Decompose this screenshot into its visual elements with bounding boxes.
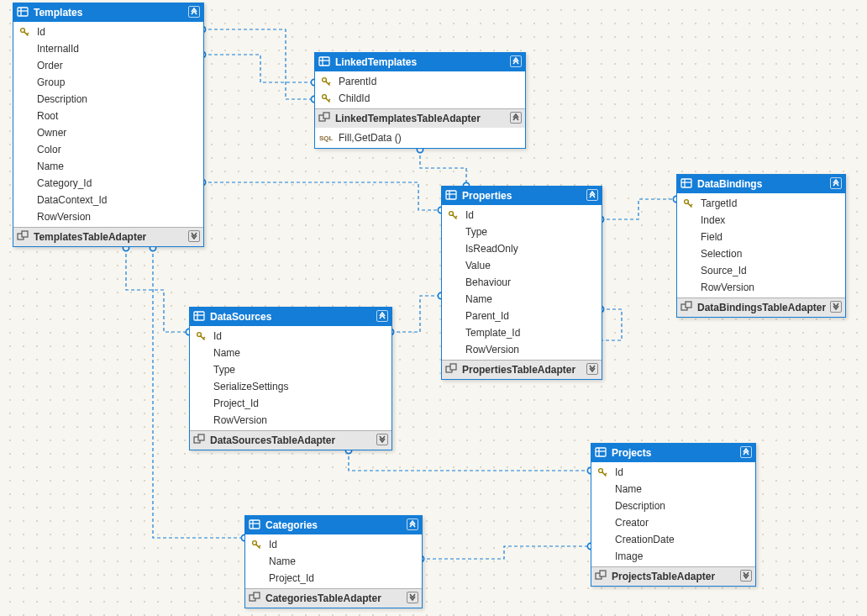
entity-title-bar[interactable]: LinkedTemplates: [315, 53, 525, 71]
relationship-linked-properties[interactable]: [420, 150, 466, 186]
column-item[interactable]: Description: [13, 91, 203, 108]
collapse-up-icon[interactable]: [830, 177, 842, 189]
entity-title-bar[interactable]: Projects: [591, 444, 755, 462]
column-item[interactable]: Template_Id: [442, 324, 602, 341]
column-item[interactable]: Group: [13, 74, 203, 91]
svg-line-25: [455, 216, 457, 218]
relationship-categories-projects[interactable]: [421, 546, 591, 559]
relationship-templates-linked-child[interactable]: [202, 29, 314, 99]
column-item[interactable]: RowVersion: [190, 412, 391, 429]
entity-title-bar[interactable]: DataSources: [190, 308, 391, 326]
relationship-templates-datasources[interactable]: [126, 248, 189, 332]
column-item[interactable]: Name: [591, 481, 755, 498]
collapse-up-icon[interactable]: [586, 189, 598, 201]
table-adapter-bar[interactable]: CategoriesTableAdapter: [245, 588, 422, 608]
entity-title-bar[interactable]: Categories: [245, 516, 422, 534]
column-item[interactable]: IsReadOnly: [442, 240, 602, 257]
column-name: RowVersion: [37, 211, 91, 223]
column-item[interactable]: ParentId: [315, 73, 525, 90]
collapse-up-icon[interactable]: [376, 310, 388, 322]
collapse-up-icon[interactable]: [740, 446, 752, 458]
column-item[interactable]: Id: [190, 328, 391, 345]
column-item[interactable]: Source_Id: [677, 262, 845, 279]
column-item[interactable]: Name: [442, 291, 602, 308]
column-item[interactable]: Image: [591, 548, 755, 565]
relationship-datasources-projects[interactable]: [349, 450, 591, 471]
table-adapter-bar[interactable]: DataBindingsTableAdapter: [677, 297, 845, 317]
svg-rect-43: [198, 434, 204, 440]
entity-title-bar[interactable]: Properties: [442, 187, 602, 205]
expand-down-icon[interactable]: [740, 570, 752, 582]
collapse-up-icon[interactable]: [188, 6, 200, 18]
column-item[interactable]: Id: [13, 24, 203, 40]
column-item[interactable]: Name: [245, 553, 422, 570]
column-item[interactable]: Type: [442, 224, 602, 240]
column-item[interactable]: Description: [591, 498, 755, 514]
column-item[interactable]: RowVersion: [442, 341, 602, 358]
column-item[interactable]: Id: [442, 207, 602, 224]
column-item[interactable]: Id: [245, 536, 422, 553]
table-adapter-bar[interactable]: DataSourcesTableAdapter: [190, 430, 391, 450]
column-item[interactable]: CreationDate: [591, 531, 755, 548]
column-name: Name: [269, 555, 296, 567]
table-adapter-bar[interactable]: TemplatesTableAdapter: [13, 227, 203, 246]
column-item[interactable]: RowVersion: [13, 208, 203, 225]
relationship-templates-properties[interactable]: [202, 182, 441, 210]
expand-down-icon[interactable]: [586, 363, 598, 375]
method-item[interactable]: SQLFill,GetData (): [315, 129, 525, 146]
entity-templates[interactable]: TemplatesIdInternalIdOrderGroupDescripti…: [13, 3, 204, 247]
column-item[interactable]: ChildId: [315, 90, 525, 107]
svg-point-15: [323, 95, 327, 99]
table-adapter-bar[interactable]: PropertiesTableAdapter: [442, 360, 602, 379]
column-item[interactable]: Value: [442, 257, 602, 274]
entity-linkedtemplates[interactable]: LinkedTemplatesParentIdChildIdLinkedTemp…: [314, 52, 526, 149]
column-item[interactable]: InternalId: [13, 40, 203, 57]
svg-rect-28: [681, 179, 691, 187]
column-item[interactable]: Order: [13, 57, 203, 74]
column-item[interactable]: TargetId: [677, 195, 845, 212]
column-item[interactable]: Color: [13, 141, 203, 158]
entity-projects[interactable]: ProjectsIdNameDescriptionCreatorCreation…: [591, 443, 756, 587]
table-adapter-bar[interactable]: ProjectsTableAdapter: [591, 566, 755, 586]
column-name: Description: [37, 93, 87, 105]
entity-title-bar[interactable]: Templates: [13, 3, 203, 22]
column-item[interactable]: Name: [13, 158, 203, 175]
table-adapter-bar[interactable]: LinkedTemplatesTableAdapter: [315, 108, 525, 128]
expand-down-icon[interactable]: [407, 592, 418, 603]
primary-key-icon: [321, 76, 331, 87]
relationship-properties-databindings[interactable]: [601, 199, 676, 219]
column-item[interactable]: Creator: [591, 514, 755, 531]
column-item[interactable]: SerializeSettings: [190, 378, 391, 395]
column-item[interactable]: Selection: [677, 245, 845, 262]
entity-title-bar[interactable]: DataBindings: [677, 175, 845, 193]
collapse-up-icon[interactable]: [510, 112, 522, 124]
collapse-up-icon[interactable]: [407, 519, 418, 530]
column-item[interactable]: Field: [677, 229, 845, 245]
primary-key-icon: [448, 210, 458, 220]
relationship-datasources-databindings[interactable]: [391, 296, 441, 332]
column-item[interactable]: Root: [13, 108, 203, 124]
column-item[interactable]: Index: [677, 212, 845, 229]
entity-datasources[interactable]: DataSourcesIdNameTypeSerializeSettingsPr…: [189, 307, 392, 450]
entity-databindings[interactable]: DataBindingsTargetIdIndexFieldSelectionS…: [676, 174, 846, 318]
column-item[interactable]: Owner: [13, 124, 203, 141]
expand-down-icon[interactable]: [376, 434, 388, 445]
column-name: Id: [269, 539, 277, 550]
column-item[interactable]: Project_Id: [245, 570, 422, 587]
expand-down-icon[interactable]: [188, 230, 200, 242]
svg-rect-8: [22, 231, 28, 237]
column-item[interactable]: Type: [190, 361, 391, 378]
column-item[interactable]: Name: [190, 345, 391, 361]
column-item[interactable]: Project_Id: [190, 395, 391, 412]
column-item[interactable]: Category_Id: [13, 175, 203, 192]
entity-properties[interactable]: PropertiesIdTypeIsReadOnlyValueBehaviour…: [441, 186, 602, 380]
collapse-up-icon[interactable]: [510, 55, 522, 67]
entity-categories[interactable]: CategoriesIdNameProject_IdCategoriesTabl…: [244, 515, 423, 608]
column-item[interactable]: RowVersion: [677, 279, 845, 296]
column-item[interactable]: DataContext_Id: [13, 192, 203, 208]
expand-down-icon[interactable]: [830, 301, 842, 313]
column-item[interactable]: Parent_Id: [442, 308, 602, 324]
column-item[interactable]: Behaviour: [442, 274, 602, 291]
column-item[interactable]: Id: [591, 464, 755, 481]
relationship-templates-linked-parent[interactable]: [202, 55, 314, 82]
